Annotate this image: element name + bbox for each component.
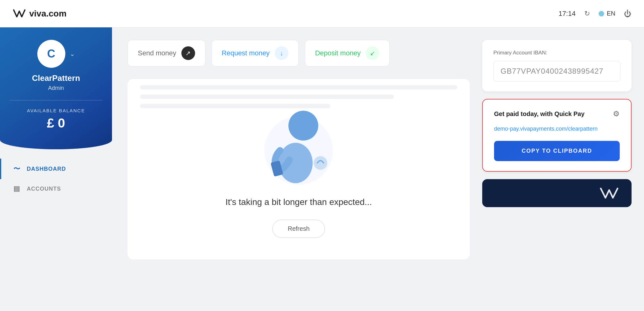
deposit-money-icon: ↙: [366, 46, 379, 60]
sidebar-item-accounts-label: ACCOUNTS: [27, 186, 61, 192]
profile-divider: [9, 100, 103, 100]
request-money-label: Request money: [222, 49, 270, 57]
quickpay-card: Get paid today, with Quick Pay ⚙ demo-pa…: [482, 99, 632, 172]
svg-point-4: [314, 156, 327, 170]
balance-label: AVAILABLE BALANCE: [9, 108, 103, 113]
dashboard-icon: 〜: [12, 164, 21, 174]
avatar: C: [37, 40, 65, 68]
sidebar: C ⌄ ClearPattern Admin AVAILABLE BALANCE…: [0, 27, 112, 311]
iban-value[interactable]: GB77VPAY04002438995427: [493, 61, 620, 81]
iban-label: Primary Account IBAN:: [493, 50, 620, 56]
profile-role: Admin: [9, 85, 103, 91]
profile-card: C ⌄ ClearPattern Admin AVAILABLE BALANCE…: [0, 27, 112, 149]
topbar-right: 17:14 ↻ EN ⏻: [558, 9, 632, 18]
copy-to-clipboard-button[interactable]: COPY TO CLIPBOARD: [494, 141, 620, 161]
refresh-icon[interactable]: ↻: [584, 10, 590, 18]
sidebar-nav: 〜 DASHBOARD ▤ ACCOUNTS: [0, 149, 112, 208]
loading-line-3: [140, 104, 330, 108]
logo-text: viva.com: [29, 9, 67, 19]
sidebar-item-accounts[interactable]: ▤ ACCOUNTS: [0, 179, 112, 198]
profile-name: ClearPattern: [9, 73, 103, 83]
iban-card: Primary Account IBAN: GB77VPAY0400243899…: [482, 40, 632, 91]
illustration-message: It's taking a bit longer than expected..…: [226, 197, 372, 207]
deposit-money-label: Deposit money: [315, 49, 361, 57]
send-money-button[interactable]: Send money ↗: [128, 40, 205, 67]
quickpay-header: Get paid today, with Quick Pay ⚙: [494, 109, 620, 118]
request-money-icon: ↓: [275, 46, 288, 60]
sidebar-item-dashboard[interactable]: 〜 DASHBOARD: [0, 159, 112, 179]
avatar-container: C ⌄: [9, 40, 103, 68]
right-panel: Primary Account IBAN: GB77VPAY0400243899…: [482, 40, 632, 299]
content-area: Send money ↗ Request money ↓ Deposit mon…: [112, 27, 644, 311]
quickpay-title: Get paid today, with Quick Pay: [494, 110, 585, 118]
topbar: viva.com 17:14 ↻ EN ⏻: [0, 0, 644, 27]
accounts-icon: ▤: [12, 185, 21, 193]
dark-card: [482, 179, 632, 207]
request-money-button[interactable]: Request money ↓: [212, 40, 299, 67]
topbar-time: 17:14: [558, 10, 576, 18]
loading-line-1: [140, 85, 457, 90]
lang-dot: [599, 11, 604, 16]
logo: viva.com: [12, 8, 67, 19]
send-money-icon: ↗: [181, 46, 195, 60]
balance-amount: £ 0: [9, 116, 103, 131]
sidebar-item-dashboard-label: DASHBOARD: [27, 166, 66, 172]
loading-line-2: [140, 95, 394, 99]
loading-lines: [140, 85, 457, 113]
viva-logo-white: [599, 185, 624, 201]
deposit-money-button[interactable]: Deposit money ↙: [305, 40, 390, 67]
send-money-label: Send money: [138, 49, 176, 57]
avatar-letter: C: [47, 47, 55, 60]
person-illustration: [255, 101, 342, 188]
svg-point-1: [288, 111, 318, 141]
main-layout: C ⌄ ClearPattern Admin AVAILABLE BALANCE…: [0, 27, 644, 311]
logo-icon: [12, 8, 26, 19]
language-selector[interactable]: EN: [599, 10, 615, 17]
left-content: Send money ↗ Request money ↓ Deposit mon…: [128, 40, 470, 299]
avatar-chevron-icon[interactable]: ⌄: [70, 50, 75, 58]
quickpay-link[interactable]: demo-pay.vivapayments.com/clearpattern: [494, 126, 620, 132]
refresh-button[interactable]: Refresh: [272, 220, 325, 238]
gear-icon[interactable]: ⚙: [613, 109, 620, 118]
action-buttons: Send money ↗ Request money ↓ Deposit mon…: [128, 40, 470, 67]
power-icon[interactable]: ⏻: [624, 9, 632, 18]
illustration-area: It's taking a bit longer than expected..…: [128, 79, 470, 259]
lang-label: EN: [607, 10, 615, 17]
